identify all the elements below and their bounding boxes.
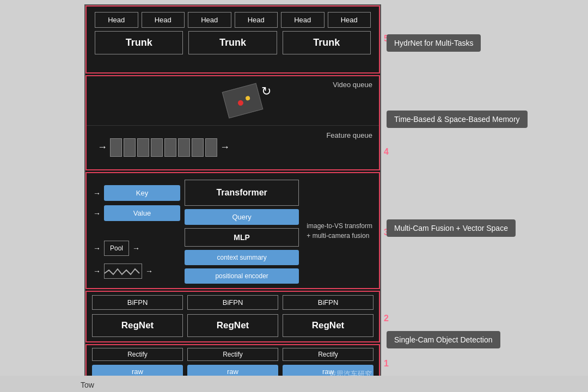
diagram-container: Head Head Head Head Head Head Trunk Trun… bbox=[84, 4, 381, 385]
video-icon: ↻ bbox=[222, 84, 266, 117]
key-button: Key bbox=[104, 185, 180, 201]
refresh-icon: ↻ bbox=[261, 84, 271, 99]
video-queue-area: Video queue ↻ bbox=[87, 76, 379, 125]
wave-svg bbox=[105, 267, 142, 277]
head-box-4: Head bbox=[235, 12, 278, 28]
tow-text: Tow bbox=[81, 381, 94, 389]
transformer-inner: → Key → Value → Pool → → bbox=[87, 173, 379, 288]
right-labels: HydrNet for Multi-Tasks Time-Based & Spa… bbox=[387, 4, 572, 385]
dot-yellow bbox=[245, 95, 250, 101]
trunk-box-1: Trunk bbox=[95, 31, 183, 54]
rectify-row: Rectify Rectify Rectify bbox=[87, 345, 379, 364]
feature-queue-label: Feature queue bbox=[326, 131, 372, 139]
arrow-value: → bbox=[93, 209, 101, 218]
section5-hydrnet: Head Head Head Head Head Head Trunk Trun… bbox=[85, 5, 380, 74]
transformer-box: Transformer bbox=[185, 180, 299, 206]
feat-block-1 bbox=[110, 138, 122, 157]
regnet-row: RegNet RegNet RegNet bbox=[87, 313, 379, 338]
regnet-box-3: RegNet bbox=[283, 314, 373, 337]
feat-block-6 bbox=[178, 138, 190, 157]
video-card bbox=[222, 83, 263, 118]
positional-encoder-button: positional encoder bbox=[185, 268, 299, 284]
right-text-line2: + multi-camera fusion bbox=[307, 231, 372, 241]
mlp-box: MLP bbox=[185, 228, 299, 247]
dot-red bbox=[237, 100, 243, 106]
value-row: → Value bbox=[93, 205, 180, 221]
feature-queue-area: Feature queue → → bbox=[87, 125, 379, 169]
head-box-2: Head bbox=[142, 12, 185, 28]
head-box-5: Head bbox=[281, 12, 324, 28]
transformer-right-text: image-to-VS transform + multi-camera fus… bbox=[303, 180, 372, 281]
bifpn-box-3: BiFPN bbox=[283, 295, 373, 310]
query-button: Query bbox=[185, 209, 299, 225]
bifpn-row: BiFPN BiFPN BiFPN bbox=[87, 292, 379, 313]
arrow-pool: → bbox=[93, 244, 101, 253]
rectify-box-1: Rectify bbox=[92, 348, 183, 361]
head-box-3: Head bbox=[188, 12, 231, 28]
context-summary-button: context summary bbox=[185, 250, 299, 265]
arrow-right: → bbox=[220, 142, 230, 153]
pool-row: → Pool → bbox=[93, 241, 180, 256]
regnet-box-1: RegNet bbox=[92, 314, 183, 337]
wave-row: → → bbox=[93, 264, 180, 279]
wave-box bbox=[104, 264, 142, 279]
value-button: Value bbox=[104, 205, 180, 221]
key-row: → Key bbox=[93, 185, 180, 201]
section4-memory: Video queue ↻ Feature queue → bbox=[85, 75, 380, 170]
trunk-box-2: Trunk bbox=[188, 31, 277, 54]
feat-block-4 bbox=[151, 138, 163, 157]
rectify-box-2: Rectify bbox=[187, 348, 278, 361]
feat-block-8 bbox=[205, 138, 217, 157]
arrow-left: → bbox=[97, 142, 107, 153]
left-col: → Key → Value → Pool → → bbox=[93, 180, 180, 281]
regnet-box-2: RegNet bbox=[187, 314, 278, 337]
trunk-row: Trunk Trunk Trunk bbox=[87, 31, 379, 54]
head-row: Head Head Head Head Head Head bbox=[87, 7, 379, 31]
label-hydrnet: HydrNet for Multi-Tasks bbox=[387, 34, 481, 52]
section2-detection: BiFPN BiFPN BiFPN RegNet RegNet RegNet 2 bbox=[85, 291, 380, 342]
feat-block-2 bbox=[124, 138, 136, 157]
bifpn-box-2: BiFPN bbox=[187, 295, 278, 310]
label-multicam: Multi-Cam Fusion + Vector Space bbox=[387, 219, 516, 237]
center-col: Transformer Query MLP context summary po… bbox=[185, 180, 299, 281]
feat-block-5 bbox=[164, 138, 176, 157]
section3-transformer: → Key → Value → Pool → → bbox=[85, 172, 380, 289]
feat-block-3 bbox=[137, 138, 149, 157]
video-queue-label: Video queue bbox=[333, 81, 372, 89]
label-memory: Time-Based & Space-Based Memory bbox=[387, 111, 528, 128]
head-box-6: Head bbox=[328, 12, 371, 28]
feature-blocks bbox=[110, 138, 217, 157]
head-box-1: Head bbox=[95, 12, 138, 28]
right-text-line1: image-to-VS transform bbox=[307, 221, 372, 231]
arrow-wave-right: → bbox=[145, 267, 153, 275]
arrow-pool-right: → bbox=[132, 244, 140, 253]
rectify-box-3: Rectify bbox=[283, 348, 373, 361]
bottom-strip: Tow bbox=[0, 376, 588, 392]
bifpn-box-1: BiFPN bbox=[92, 295, 183, 310]
arrow-key: → bbox=[93, 189, 101, 198]
pool-box: Pool bbox=[104, 241, 129, 256]
label-detection: Single-Cam Object Detection bbox=[387, 331, 500, 348]
trunk-box-3: Trunk bbox=[283, 31, 371, 54]
arrow-wave: → bbox=[93, 267, 101, 275]
feat-block-7 bbox=[192, 138, 204, 157]
